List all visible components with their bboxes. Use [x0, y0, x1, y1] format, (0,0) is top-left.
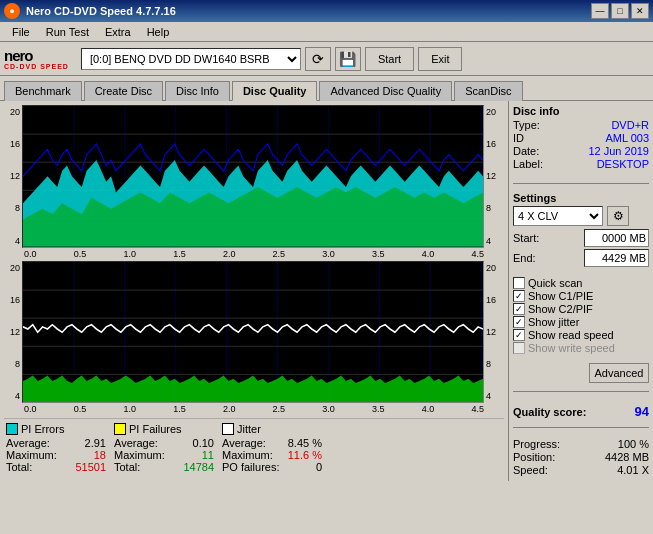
quick-scan-label: Quick scan [528, 277, 582, 289]
jitter-avg-row: Average: 8.45 % [222, 437, 322, 449]
progress-row: Progress: 100 % [513, 438, 649, 450]
tab-benchmark[interactable]: Benchmark [4, 81, 82, 101]
pif-total-value: 14784 [183, 461, 214, 473]
disc-label-value: DESKTOP [597, 158, 649, 170]
show-read-speed-checkbox[interactable]: ✓ [513, 329, 525, 341]
menu-bar: File Run Test Extra Help [0, 22, 653, 42]
disc-id-value: AML 003 [605, 132, 649, 144]
app-icon: ● [4, 3, 20, 19]
speed-selector[interactable]: 4 X CLV [513, 206, 603, 226]
show-c2-pif-row: ✓ Show C2/PIF [513, 303, 649, 315]
pif-avg-value: 0.10 [193, 437, 214, 449]
refresh-button[interactable]: ⟳ [305, 47, 331, 71]
speed-label: Speed: [513, 464, 548, 476]
tab-disc-info[interactable]: Disc Info [165, 81, 230, 101]
pi-failures-header: PI Failures [114, 423, 214, 435]
menu-extra[interactable]: Extra [97, 24, 139, 40]
tab-scan-disc[interactable]: ScanDisc [454, 81, 522, 101]
tab-advanced-disc-quality[interactable]: Advanced Disc Quality [319, 81, 452, 101]
chart1-wrapper: 20 16 12 8 4 [4, 105, 504, 248]
maximize-button[interactable]: □ [611, 3, 629, 19]
start-mb-input[interactable] [584, 229, 649, 247]
tab-create-disc[interactable]: Create Disc [84, 81, 163, 101]
drive-selector[interactable]: [0:0] BENQ DVD DD DW1640 BSRB [81, 48, 301, 70]
menu-run-test[interactable]: Run Test [38, 24, 97, 40]
logo: nero CD-DVD SPEED [4, 48, 69, 70]
advanced-button[interactable]: Advanced [589, 363, 649, 383]
title-bar: ● Nero CD-DVD Speed 4.7.7.16 — □ ✕ [0, 0, 653, 22]
disc-type-value: DVD+R [611, 119, 649, 131]
disc-id-row: ID AML 003 [513, 132, 649, 144]
show-c2-pif-label: Show C2/PIF [528, 303, 593, 315]
pi-failures-label: PI Failures [129, 423, 182, 435]
disc-id-label: ID [513, 132, 524, 144]
minimize-button[interactable]: — [591, 3, 609, 19]
show-write-speed-label: Show write speed [528, 342, 615, 354]
chart1-container: 20 16 12 8 4 [4, 105, 504, 259]
show-jitter-label: Show jitter [528, 316, 579, 328]
position-value: 4428 MB [605, 451, 649, 463]
logo-text: nero [4, 48, 69, 63]
show-write-speed-checkbox[interactable] [513, 342, 525, 354]
settings-icon-button[interactable]: ⚙ [607, 206, 629, 226]
start-button[interactable]: Start [365, 47, 414, 71]
end-mb-input[interactable] [584, 249, 649, 267]
settings-title: Settings [513, 192, 649, 204]
show-c2-pif-checkbox[interactable]: ✓ [513, 303, 525, 315]
close-button[interactable]: ✕ [631, 3, 649, 19]
disc-info-section: Disc info Type: DVD+R ID AML 003 Date: 1… [513, 105, 649, 171]
right-panel: Disc info Type: DVD+R ID AML 003 Date: 1… [508, 101, 653, 481]
chart2-wrapper: 20 16 12 8 4 [4, 261, 504, 404]
show-read-speed-row: ✓ Show read speed [513, 329, 649, 341]
show-jitter-checkbox[interactable]: ✓ [513, 316, 525, 328]
disc-info-title: Disc info [513, 105, 649, 117]
show-c1-pie-checkbox[interactable]: ✓ [513, 290, 525, 302]
pi-errors-stats: PI Errors Average: 2.91 Maximum: 18 Tota… [6, 423, 106, 473]
main-content: 20 16 12 8 4 [0, 101, 653, 481]
divider2 [513, 391, 649, 392]
pi-errors-header: PI Errors [6, 423, 106, 435]
pi-max-value: 18 [94, 449, 106, 461]
chart2-y-right: 20 16 12 8 4 [484, 261, 504, 404]
pif-max-label: Maximum: [114, 449, 165, 461]
jitter-max-label: Maximum: [222, 449, 273, 461]
end-mb-row: End: [513, 249, 649, 267]
show-c1-pie-label: Show C1/PIE [528, 290, 593, 302]
start-mb-row: Start: [513, 229, 649, 247]
pif-max-row: Maximum: 11 [114, 449, 214, 461]
jitter-stats: Jitter Average: 8.45 % Maximum: 11.6 % P… [222, 423, 322, 473]
window-controls: — □ ✕ [591, 3, 649, 19]
pi-max-row: Maximum: 18 [6, 449, 106, 461]
chart2-svg [23, 262, 483, 403]
menu-help[interactable]: Help [139, 24, 178, 40]
tab-disc-quality[interactable]: Disc Quality [232, 81, 318, 101]
save-button[interactable]: 💾 [335, 47, 361, 71]
menu-file[interactable]: File [4, 24, 38, 40]
tab-bar: Benchmark Create Disc Disc Info Disc Qua… [0, 76, 653, 101]
chart1 [22, 105, 484, 248]
disc-type-row: Type: DVD+R [513, 119, 649, 131]
quick-scan-checkbox[interactable] [513, 277, 525, 289]
quick-scan-row: Quick scan [513, 277, 649, 289]
show-read-speed-label: Show read speed [528, 329, 614, 341]
disc-date-label: Date: [513, 145, 539, 157]
disc-label-row: Label: DESKTOP [513, 158, 649, 170]
disc-label-label: Label: [513, 158, 543, 170]
chart1-x-axis: 0.0 0.5 1.0 1.5 2.0 2.5 3.0 3.5 4.0 4.5 [4, 248, 504, 259]
pi-failures-color [114, 423, 126, 435]
stats-row: PI Errors Average: 2.91 Maximum: 18 Tota… [4, 418, 504, 477]
progress-value: 100 % [618, 438, 649, 450]
quality-score-label: Quality score: [513, 406, 586, 418]
progress-label: Progress: [513, 438, 560, 450]
pi-avg-value: 2.91 [85, 437, 106, 449]
exit-button[interactable]: Exit [418, 47, 462, 71]
jitter-max-value: 11.6 % [288, 449, 322, 461]
disc-type-label: Type: [513, 119, 540, 131]
progress-section: Progress: 100 % Position: 4428 MB Speed:… [513, 438, 649, 477]
chart2-container: 20 16 12 8 4 [4, 261, 504, 415]
speed-row: 4 X CLV ⚙ [513, 206, 649, 226]
po-failures-label: PO failures: [222, 461, 279, 473]
disc-date-value: 12 Jun 2019 [588, 145, 649, 157]
show-write-speed-row: Show write speed [513, 342, 649, 354]
position-row: Position: 4428 MB [513, 451, 649, 463]
